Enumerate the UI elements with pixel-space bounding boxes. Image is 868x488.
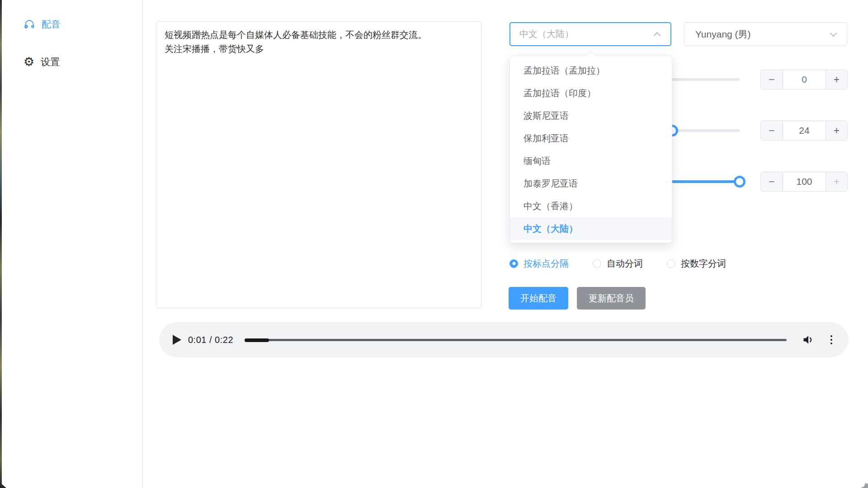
stepper-value[interactable]: 100 bbox=[783, 172, 826, 191]
decrease-button[interactable]: − bbox=[761, 121, 783, 140]
segmentation-radio-group: 按标点分隔 自动分词 按数字分词 bbox=[509, 258, 726, 269]
kebab-menu-icon[interactable] bbox=[827, 333, 835, 347]
dropdown-option-selected[interactable]: 中文（大陆） bbox=[510, 217, 672, 240]
audio-player: 0:01 / 0:22 bbox=[159, 322, 849, 357]
dropdown-option[interactable]: 保加利亚语 bbox=[510, 127, 672, 150]
radio-label: 按标点分隔 bbox=[524, 258, 569, 270]
param-stepper-2: − 24 + bbox=[760, 121, 848, 141]
param-stepper-3: − 100 + bbox=[760, 172, 848, 192]
sidebar-item-voiceover[interactable]: 配音 bbox=[24, 18, 61, 31]
param-stepper-1: − 0 + bbox=[760, 70, 848, 89]
app-window: 配音 ⚙ 设置 短视频蹭热点是每个自媒体人必备基础技能，不会的粉丝群交流。 关注… bbox=[0, 0, 868, 488]
radio-label: 按数字分词 bbox=[681, 258, 726, 270]
window-rounded-corner bbox=[861, 483, 868, 488]
dropdown-option[interactable]: 中文（香港） bbox=[510, 195, 672, 217]
voice-select-value: Yunyang (男) bbox=[695, 28, 751, 41]
dropdown-arrow bbox=[586, 51, 595, 60]
dropdown-option[interactable]: 孟加拉语（印度） bbox=[510, 82, 672, 104]
dropdown-option[interactable]: 缅甸语 bbox=[510, 150, 672, 172]
language-select-value: 中文（大陆） bbox=[519, 28, 574, 40]
language-select[interactable]: 中文（大陆） bbox=[509, 22, 671, 46]
stepper-value[interactable]: 24 bbox=[783, 121, 826, 140]
voice-select[interactable]: Yunyang (男) bbox=[684, 22, 847, 46]
language-dropdown: 孟加拉语（孟加拉） 孟加拉语（印度） 波斯尼亚语 保加利亚语 缅甸语 加泰罗尼亚… bbox=[509, 56, 672, 243]
gear-icon: ⚙ bbox=[24, 56, 34, 68]
radio-split-by-punctuation[interactable]: 按标点分隔 bbox=[509, 258, 569, 270]
radio-label: 自动分词 bbox=[607, 258, 643, 270]
increase-button[interactable]: + bbox=[826, 121, 847, 140]
radio-icon bbox=[509, 259, 518, 268]
increase-button[interactable]: + bbox=[826, 172, 847, 191]
sidebar: 配音 ⚙ 设置 bbox=[0, 0, 143, 488]
slider-handle[interactable] bbox=[734, 176, 745, 188]
update-voices-button[interactable]: 更新配音员 bbox=[577, 287, 646, 310]
start-dubbing-button[interactable]: 开始配音 bbox=[509, 287, 568, 310]
wallpaper-edge-strip bbox=[0, 0, 2, 488]
progress-track bbox=[245, 339, 787, 341]
radio-auto-segmentation[interactable]: 自动分词 bbox=[593, 258, 643, 270]
decrease-button[interactable]: − bbox=[761, 172, 783, 191]
chevron-up-icon bbox=[654, 32, 661, 39]
dropdown-option[interactable]: 加泰罗尼亚语 bbox=[510, 172, 672, 195]
script-text-input[interactable]: 短视频蹭热点是每个自媒体人必备基础技能，不会的粉丝群交流。 关注宋播播，带货快又… bbox=[156, 21, 481, 308]
time-display: 0:01 / 0:22 bbox=[188, 322, 233, 357]
sidebar-item-label: 设置 bbox=[41, 56, 60, 68]
stepper-value[interactable]: 0 bbox=[783, 70, 826, 89]
progress-played bbox=[245, 338, 269, 342]
sidebar-item-label: 配音 bbox=[42, 18, 61, 31]
chevron-down-icon bbox=[830, 29, 837, 37]
volume-icon[interactable] bbox=[802, 333, 815, 346]
decrease-button[interactable]: − bbox=[761, 70, 783, 89]
radio-split-by-number[interactable]: 按数字分词 bbox=[667, 258, 726, 270]
dropdown-option[interactable]: 孟加拉语（孟加拉） bbox=[510, 59, 672, 82]
radio-icon bbox=[667, 259, 675, 268]
radio-icon bbox=[593, 259, 601, 268]
play-icon[interactable] bbox=[173, 335, 181, 345]
headphones-icon bbox=[24, 19, 35, 30]
sidebar-item-settings[interactable]: ⚙ 设置 bbox=[24, 56, 60, 68]
increase-button[interactable]: + bbox=[826, 70, 847, 89]
dropdown-option[interactable]: 波斯尼亚语 bbox=[510, 104, 672, 127]
progress-bar[interactable] bbox=[245, 322, 787, 357]
